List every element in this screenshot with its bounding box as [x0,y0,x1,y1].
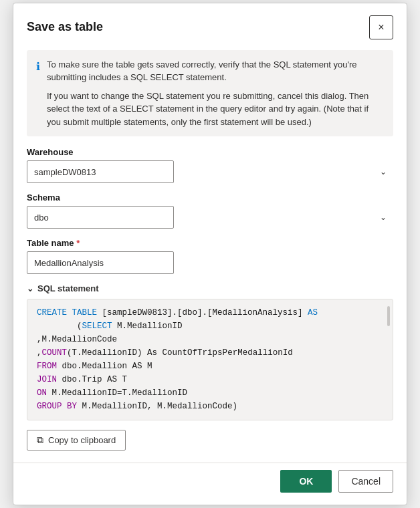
schema-chevron-icon: ⌄ [380,213,387,222]
sql-on-cond: M.MedallionID=T.MedallionID [52,388,188,398]
schema-select-wrapper: dbo ⌄ [27,206,393,229]
info-line2: If you want to change the SQL statement … [47,90,384,129]
sql-comma1: ,M.MedallionCode [37,335,117,344]
close-button[interactable]: × [369,15,393,39]
sql-kw-group: GROUP BY [37,402,77,411]
warehouse-select-wrapper: sampleDW0813 ⌄ [27,160,393,183]
sql-alias: CountOfTripsPerMedallionId [163,348,293,358]
dialog-title: Save as table [27,20,103,34]
info-box: ℹ To make sure the table gets saved corr… [27,50,393,137]
dialog-header: Save as table × [13,3,407,46]
sql-group-cols: M.MedallionID, M.MedallionCode) [82,402,238,411]
copy-to-clipboard-label: Copy to clipboard [48,435,116,445]
sql-count-arg: (T.MedallionID) [67,348,142,358]
info-icon: ℹ [36,59,40,129]
warehouse-label: Warehouse [27,147,393,157]
sql-join-alias: T [122,375,128,384]
info-line1: To make sure the table gets saved correc… [47,58,384,84]
copy-to-clipboard-button[interactable]: ⧉ Copy to clipboard [27,430,126,451]
form-body: Warehouse sampleDW0813 ⌄ Schema dbo ⌄ Ta… [13,147,407,451]
sql-kw-as4: AS [107,375,117,384]
sql-kw-join: JOIN [37,375,57,384]
sql-from-alias: M [147,362,152,371]
sql-kw-select: SELECT [82,322,112,331]
dialog-footer: OK Cancel [13,463,407,505]
sql-table-name: [sampleDW0813].[dbo].[MedallionAnalysis] [102,308,303,318]
sql-kw-on: ON [37,388,47,398]
sql-col1: M.MedallionID [117,322,183,331]
warehouse-select[interactable]: sampleDW0813 [27,160,174,183]
ok-button[interactable]: OK [280,470,332,493]
sql-kw-from: FROM [37,362,57,371]
schema-label: Schema [27,193,393,203]
save-as-table-dialog: Save as table × ℹ To make sure the table… [13,3,407,506]
table-name-label: Table name [27,238,393,248]
sql-kw-as3: AS [132,362,142,371]
sql-code-box: CREATE TABLE [sampleDW0813].[dbo].[Medal… [27,299,393,420]
sql-join-table: dbo.Trip [62,375,108,384]
warehouse-chevron-icon: ⌄ [380,167,387,176]
sql-kw-as1: AS [308,308,318,318]
sql-section-label: SQL statement [37,283,99,293]
sql-chevron-icon: ⌄ [27,284,33,293]
copy-icon: ⧉ [37,434,43,446]
sql-kw-as2: As [147,348,157,358]
sql-section-toggle[interactable]: ⌄ SQL statement [27,283,393,293]
sql-from-table: dbo.Medallion [62,362,132,371]
sql-kw-create: CREATE TABLE [37,308,97,318]
table-name-input[interactable] [27,251,174,274]
scrollbar[interactable] [387,306,390,326]
schema-select[interactable]: dbo [27,206,174,229]
sql-kw-count: COUNT [42,348,68,358]
info-text: To make sure the table gets saved correc… [47,58,384,129]
cancel-button[interactable]: Cancel [338,470,393,493]
